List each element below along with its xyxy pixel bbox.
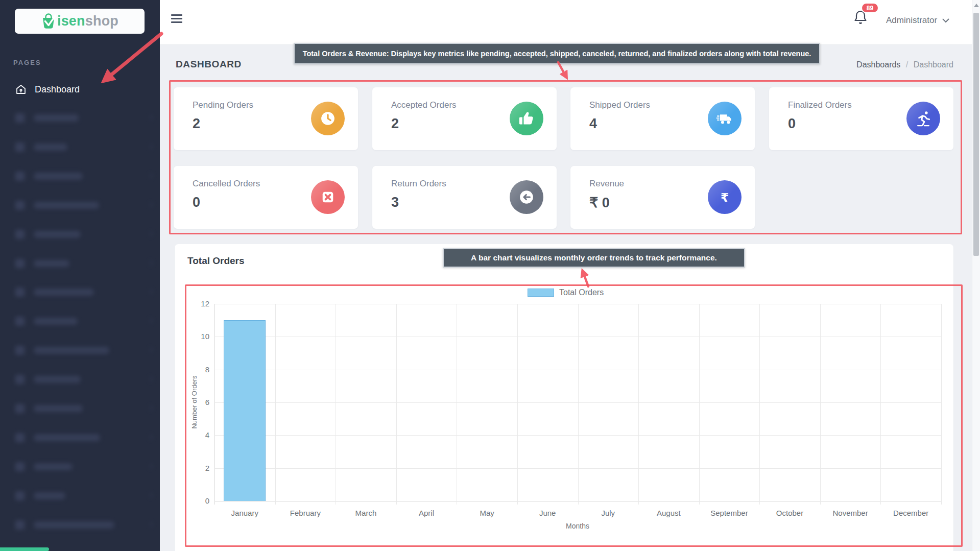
sidebar-horizontal-scrollbar[interactable]	[0, 547, 49, 551]
cancel-icon	[311, 180, 345, 214]
clock-icon	[311, 102, 345, 135]
x-tick-label: November	[820, 509, 881, 517]
redacted-icon	[15, 230, 25, 239]
gridline	[699, 304, 700, 505]
svg-text:₹: ₹	[721, 191, 729, 204]
redacted-icon	[15, 404, 25, 413]
x-tick-label: May	[457, 509, 518, 517]
legend-swatch	[528, 289, 554, 297]
legend-label: Total Orders	[559, 288, 604, 297]
chevron-down-icon	[942, 18, 949, 23]
sidebar-item-redacted[interactable]	[15, 200, 154, 210]
chevron-right-icon	[147, 143, 153, 149]
bar-january	[224, 320, 266, 501]
gridline	[275, 304, 276, 505]
stat-card-value: ₹ 0	[589, 195, 610, 211]
chevron-right-icon	[147, 202, 153, 207]
x-tick-label: March	[335, 509, 396, 517]
chevron-right-icon	[147, 318, 153, 324]
redacted-label	[34, 289, 94, 296]
gridline	[214, 304, 215, 505]
x-tick-label: July	[578, 509, 639, 517]
rupee-icon: ₹	[708, 180, 742, 214]
gridline	[941, 304, 942, 505]
user-menu[interactable]: Administrator	[886, 12, 949, 29]
sidebar-item-redacted[interactable]	[15, 258, 154, 269]
stat-card-value: 2	[391, 116, 399, 132]
sidebar-item-redacted[interactable]	[15, 229, 154, 239]
gridline	[457, 304, 457, 505]
y-tick-label: 0	[192, 496, 209, 505]
sidebar-item-redacted[interactable]	[15, 374, 154, 385]
redacted-label	[34, 173, 83, 180]
sidebar-item-redacted[interactable]	[15, 113, 154, 123]
redacted-label	[34, 231, 81, 238]
redacted-label	[34, 434, 100, 441]
sidebar-item-redacted[interactable]	[15, 433, 154, 443]
x-tick-label: April	[396, 509, 457, 517]
stat-card-pending-orders: Pending Orders2	[174, 87, 358, 150]
redacted-icon	[15, 520, 25, 530]
stat-card-value: 0	[193, 195, 200, 210]
x-tick-label: August	[638, 509, 699, 517]
redacted-label	[34, 463, 73, 470]
redacted-icon	[15, 259, 25, 268]
sidebar-section-label: PAGES	[13, 59, 41, 66]
sidebar-item-redacted[interactable]	[15, 287, 154, 297]
sidebar-item-redacted[interactable]	[15, 142, 154, 152]
stat-card-revenue: Revenue₹ 0₹	[570, 166, 755, 229]
shopping-bag-icon	[41, 13, 56, 30]
redacted-label	[34, 405, 83, 412]
stat-card-value: 4	[589, 116, 597, 132]
y-tick-label: 2	[192, 464, 209, 472]
chevron-right-icon	[147, 347, 153, 353]
vertical-scrollbar	[972, 0, 980, 551]
sidebar-item-redacted[interactable]	[15, 491, 154, 501]
gridline	[517, 304, 518, 505]
total-orders-panel: Total Orders Total Orders Number of Orde…	[175, 244, 953, 551]
sidebar-item-redacted[interactable]	[15, 345, 154, 355]
breadcrumb-current[interactable]: Dashboard	[914, 60, 953, 69]
page-title: DASHBOARD	[176, 59, 242, 70]
x-tick-label: January	[214, 509, 275, 517]
stat-card-label: Finalized Orders	[788, 100, 852, 110]
scrollbar-thumb[interactable]	[973, 13, 979, 256]
sidebar-item-redacted[interactable]	[15, 171, 154, 181]
user-menu-label: Administrator	[886, 15, 937, 26]
redacted-icon	[15, 288, 25, 297]
gridline	[880, 304, 881, 505]
chart-legend[interactable]: Total Orders	[528, 288, 604, 297]
sidebar-item-redacted[interactable]	[15, 403, 154, 414]
redacted-label	[34, 318, 78, 325]
redacted-label	[34, 376, 81, 383]
stat-card-label: Accepted Orders	[391, 100, 457, 110]
hamburger-menu-icon[interactable]	[171, 14, 182, 23]
x-tick-label: September	[699, 509, 760, 517]
chevron-right-icon	[147, 434, 153, 440]
scrollbar-up-arrow[interactable]	[974, 4, 979, 7]
chevron-right-icon	[147, 173, 153, 178]
sidebar-item-redacted[interactable]	[15, 462, 154, 472]
chevron-right-icon	[147, 405, 153, 411]
sidebar-item-redacted[interactable]	[15, 316, 154, 326]
sidebar-item-label: Dashboard	[35, 84, 80, 95]
chevron-right-icon	[147, 289, 153, 295]
x-tick-label: June	[517, 509, 578, 517]
x-tick-label: December	[880, 509, 942, 517]
redacted-icon	[15, 201, 25, 210]
breadcrumb-parent[interactable]: Dashboards	[856, 60, 900, 69]
brand-logo[interactable]: isenshop	[15, 9, 145, 34]
redacted-icon	[15, 491, 25, 500]
stat-card-value: 0	[788, 116, 796, 132]
sidebar-item-redacted[interactable]	[15, 520, 154, 530]
x-tick-label: February	[275, 509, 336, 517]
stat-card-label: Revenue	[589, 179, 624, 189]
gridline	[396, 304, 397, 505]
chevron-right-icon	[147, 521, 153, 527]
skater-icon	[906, 102, 940, 135]
app-root: isenshop PAGES Dashboard 89 Administrato…	[0, 0, 980, 551]
redacted-label	[34, 143, 67, 151]
redacted-label	[34, 521, 114, 529]
return-icon	[510, 180, 543, 214]
sidebar-item-dashboard[interactable]: Dashboard	[15, 83, 148, 96]
